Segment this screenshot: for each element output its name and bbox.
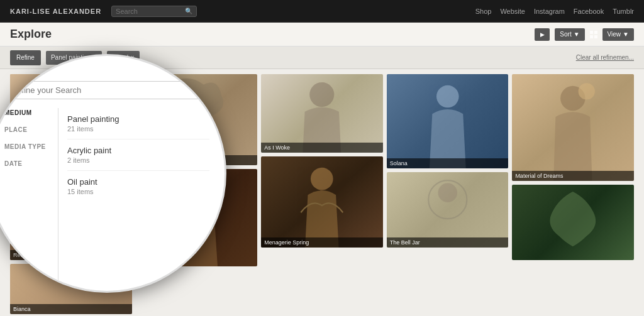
art-card[interactable]: Solana bbox=[387, 74, 509, 168]
clear-all-link[interactable]: Clear all refinemen... bbox=[576, 54, 634, 61]
gallery-col-3: As I Woke Menagerie Spring bbox=[261, 74, 383, 311]
nav-right: Shop Website Instagram Facebook Tumblr bbox=[475, 8, 634, 15]
sort-button[interactable]: Sort ▼ bbox=[555, 28, 584, 41]
art-card-title: Bianca bbox=[10, 304, 132, 314]
category-date[interactable]: DATE bbox=[4, 160, 58, 167]
play-button[interactable]: ▶ bbox=[535, 28, 550, 41]
result-name: Panel painting bbox=[67, 114, 209, 124]
gallery-col-5: Material of Dreams bbox=[512, 74, 634, 311]
svg-point-3 bbox=[309, 82, 334, 107]
search-box[interactable]: 🔍 bbox=[111, 6, 197, 17]
art-card[interactable]: Menagerie Spring bbox=[261, 156, 383, 248]
result-count: 15 items bbox=[67, 188, 209, 195]
nav-link-shop[interactable]: Shop bbox=[475, 8, 492, 15]
explore-actions: ▶ Sort ▼ View ▼ bbox=[535, 28, 634, 41]
result-name: Acrylic paint bbox=[67, 146, 209, 155]
explore-bar: Explore ▶ Sort ▼ View ▼ bbox=[0, 23, 644, 46]
sort-label: Sort bbox=[560, 31, 571, 38]
category-sidebar: MEDIUM PLACE MEDIA TYPE DATE bbox=[4, 108, 58, 291]
art-card-title: Menagerie Spring bbox=[261, 237, 383, 248]
category-results-area: MEDIUM PLACE MEDIA TYPE DATE Panel paint… bbox=[4, 108, 209, 291]
nav-link-instagram[interactable]: Instagram bbox=[534, 8, 565, 15]
result-count: 21 items bbox=[67, 125, 209, 133]
category-place[interactable]: PLACE bbox=[4, 126, 58, 133]
grid-icon bbox=[590, 31, 597, 38]
nav-link-website[interactable]: Website bbox=[500, 8, 525, 15]
svg-point-5 bbox=[436, 85, 459, 108]
sort-chevron-icon: ▼ bbox=[574, 31, 580, 38]
art-card-title: As I Woke bbox=[261, 143, 383, 153]
svg-point-4 bbox=[311, 168, 333, 190]
refine-search-icon: 🔍 bbox=[192, 85, 203, 95]
site-name: KARI-LISE ALEXANDER bbox=[10, 8, 101, 15]
art-card[interactable]: The Bell Jar bbox=[387, 172, 509, 248]
category-medium[interactable]: MEDIUM bbox=[4, 109, 58, 116]
view-chevron-icon: ▼ bbox=[623, 31, 629, 38]
medium-result-item[interactable]: Panel painting 21 items bbox=[67, 108, 209, 139]
explore-title: Explore bbox=[10, 28, 52, 41]
refine-search-wrapper: 🔍 bbox=[4, 81, 209, 99]
result-name: Oil paint bbox=[67, 177, 209, 187]
result-count: 2 items bbox=[67, 156, 209, 164]
magnify-overlay: 🔍 MEDIUM PLACE MEDIA TYPE DATE Panel pai… bbox=[0, 54, 226, 293]
art-card[interactable]: As I Woke bbox=[261, 74, 383, 153]
refine-search-input[interactable] bbox=[11, 85, 192, 95]
svg-point-9 bbox=[579, 83, 595, 99]
medium-result-item[interactable]: Oil paint 15 items bbox=[67, 171, 209, 202]
art-card-title: Material of Dreams bbox=[512, 171, 634, 181]
nav-left: KARI-LISE ALEXANDER 🔍 bbox=[10, 6, 197, 17]
main-area: Explore ▶ Sort ▼ View ▼ Refine Panel pai… bbox=[0, 23, 644, 316]
search-input[interactable] bbox=[116, 8, 185, 15]
nav-link-facebook[interactable]: Facebook bbox=[574, 8, 604, 15]
view-button[interactable]: View ▼ bbox=[602, 28, 634, 41]
svg-point-7 bbox=[438, 183, 457, 202]
art-card-title: Solana bbox=[387, 158, 509, 168]
art-card[interactable] bbox=[512, 185, 634, 260]
art-card-title: The Bell Jar bbox=[387, 237, 509, 248]
medium-results-panel: Panel painting 21 items Acrylic paint 2 … bbox=[58, 108, 209, 291]
top-navigation: KARI-LISE ALEXANDER 🔍 Shop Website Insta… bbox=[0, 0, 644, 23]
art-card[interactable]: Material of Dreams bbox=[512, 74, 634, 181]
nav-link-tumblr[interactable]: Tumblr bbox=[613, 8, 634, 15]
view-label: View bbox=[608, 31, 621, 38]
gallery-col-4: Solana The Bell Jar bbox=[387, 74, 509, 311]
search-icon: 🔍 bbox=[185, 8, 192, 14]
category-media-type[interactable]: MEDIA TYPE bbox=[4, 143, 58, 150]
medium-result-item[interactable]: Acrylic paint 2 items bbox=[67, 139, 209, 171]
